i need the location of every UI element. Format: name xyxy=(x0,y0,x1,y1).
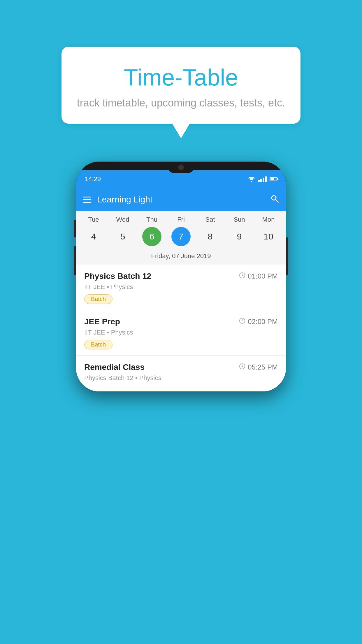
phone-top xyxy=(76,162,286,170)
clock-icon-2 xyxy=(239,318,245,326)
search-icon[interactable] xyxy=(270,194,279,205)
day-wed: Wed xyxy=(111,216,134,223)
svg-point-0 xyxy=(251,181,252,182)
bubble-tail xyxy=(172,124,190,138)
status-icons xyxy=(248,176,277,182)
day-thu: Thu xyxy=(140,216,164,223)
speech-bubble: Time-Table track timetable, upcoming cla… xyxy=(61,47,301,124)
schedule-item-2-header: JEE Prep 02:00 PM xyxy=(84,317,278,326)
schedule-item-1-header: Physics Batch 12 01:00 PM xyxy=(84,272,278,281)
svg-line-2 xyxy=(276,200,278,202)
dates-row: 4 5 6 7 8 9 10 xyxy=(76,227,286,246)
schedule-item-2-badge: Batch xyxy=(84,340,113,349)
phone-frame: 14:29 xyxy=(76,162,286,391)
schedule-item-1-title: Physics Batch 12 xyxy=(84,272,151,281)
schedule-list: Physics Batch 12 01:00 PM xyxy=(76,265,286,391)
selected-date-label: Friday, 07 June 2019 xyxy=(76,250,286,265)
schedule-item-3-subtitle: Physics Batch 12 • Physics xyxy=(84,374,278,382)
clock-icon-1 xyxy=(239,272,245,280)
date-5[interactable]: 5 xyxy=(113,227,132,246)
schedule-item-3[interactable]: Remedial Class 05:25 PM xyxy=(76,356,286,391)
day-sun: Sun xyxy=(228,216,251,223)
day-sat: Sat xyxy=(198,216,222,223)
days-of-week: Tue Wed Thu Fri Sat Sun Mon xyxy=(76,216,286,223)
date-10[interactable]: 10 xyxy=(259,227,278,246)
schedule-item-3-time: 05:25 PM xyxy=(239,363,278,371)
side-button-volume-up xyxy=(74,220,76,237)
side-button-power xyxy=(286,237,288,275)
schedule-item-1[interactable]: Physics Batch 12 01:00 PM xyxy=(76,265,286,310)
date-9[interactable]: 9 xyxy=(230,227,249,246)
status-time: 14:29 xyxy=(85,175,101,183)
battery-icon xyxy=(270,177,277,181)
schedule-item-1-badge: Batch xyxy=(84,294,113,304)
schedule-item-2[interactable]: JEE Prep 02:00 PM xyxy=(76,310,286,356)
app-bar: Learning Light xyxy=(76,188,286,211)
app-bar-left: Learning Light xyxy=(83,195,152,204)
notch xyxy=(166,162,196,173)
side-button-volume-down xyxy=(74,246,76,275)
app-title: Learning Light xyxy=(97,195,152,204)
schedule-item-2-subtitle: IIT JEE • Physics xyxy=(84,329,278,336)
schedule-item-3-title: Remedial Class xyxy=(84,363,145,372)
date-6-today[interactable]: 6 xyxy=(142,227,161,246)
schedule-item-2-time: 02:00 PM xyxy=(239,318,278,326)
phone-mockup: 14:29 xyxy=(76,162,286,391)
calendar-strip: Tue Wed Thu Fri Sat Sun Mon 4 5 6 7 8 xyxy=(76,211,286,265)
feature-title: Time-Table xyxy=(76,64,286,91)
schedule-item-2-title: JEE Prep xyxy=(84,317,120,326)
schedule-item-3-time-text: 05:25 PM xyxy=(248,363,278,371)
schedule-item-1-time-text: 01:00 PM xyxy=(248,272,278,280)
phone-screen: 14:29 xyxy=(76,170,286,391)
day-fri: Fri xyxy=(169,216,193,223)
signal-icon xyxy=(258,176,267,182)
hamburger-menu-icon[interactable] xyxy=(83,197,91,203)
feature-subtitle: track timetable, upcoming classes, tests… xyxy=(76,97,286,109)
front-camera xyxy=(178,164,184,170)
clock-icon-3 xyxy=(239,363,245,371)
day-tue: Tue xyxy=(82,216,105,223)
speech-bubble-section: Time-Table track timetable, upcoming cla… xyxy=(61,47,301,138)
date-7-selected[interactable]: 7 xyxy=(171,227,191,246)
date-4[interactable]: 4 xyxy=(84,227,103,246)
date-8[interactable]: 8 xyxy=(201,227,220,246)
schedule-item-2-time-text: 02:00 PM xyxy=(248,318,278,326)
schedule-item-1-time: 01:00 PM xyxy=(239,272,278,280)
day-mon: Mon xyxy=(257,216,280,223)
wifi-icon xyxy=(248,176,255,182)
schedule-item-1-subtitle: IIT JEE • Physics xyxy=(84,283,278,291)
schedule-item-3-header: Remedial Class 05:25 PM xyxy=(84,363,278,372)
